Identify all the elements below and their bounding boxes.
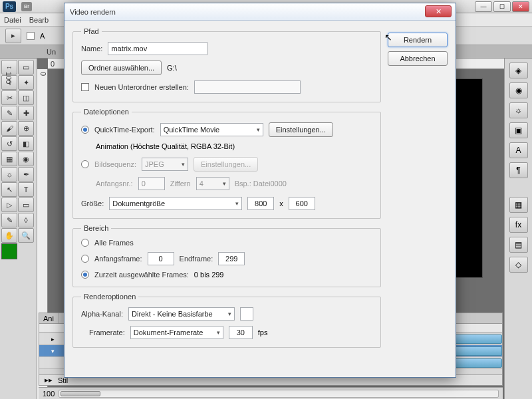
example-label: Bsp.: Datei0000	[235, 180, 287, 188]
subfolder-checkbox[interactable]	[81, 83, 89, 91]
current-frames-label: Zurzeit ausgewählte Frames:	[94, 271, 189, 279]
choose-folder-button[interactable]: Ordner auswählen...	[81, 61, 162, 75]
path-group: Pfad Name: Ordner auswählen... G:\ Neuen…	[72, 27, 381, 102]
zoom-level: 100	[43, 390, 55, 398]
adjust-panel-icon[interactable]: ☼	[509, 102, 528, 118]
render-options-legend: Renderoptionen	[81, 293, 138, 301]
path-legend: Pfad	[81, 27, 102, 35]
heal-tool-icon[interactable]: ✚	[18, 106, 34, 120]
render-options-group: Renderoptionen Alpha-Kanal: Direkt - Kei…	[72, 293, 381, 348]
type-tool-icon[interactable]: T	[18, 182, 34, 197]
quicktime-format-select[interactable]: QuickTime Movie	[160, 123, 263, 136]
start-frame-label: Anfangsframe:	[94, 255, 142, 263]
render-button[interactable]: Rendern	[388, 33, 448, 47]
bridge-icon: Br	[21, 2, 32, 11]
right-panel-dock: ◈ ◉ ☼ ▣ A ¶ ▦ fx ▤ ◇	[504, 59, 532, 399]
sequence-label: Bildsequenz:	[94, 160, 136, 168]
ps-logo-icon: Ps	[3, 1, 16, 12]
quicktime-info: Animation (Höchste Qualität, RGBA 32-Bit…	[96, 142, 235, 150]
x-separator: x	[279, 200, 283, 207]
dialog-titlebar[interactable]: Video rendern ✕	[65, 3, 456, 21]
eraser-tool-icon[interactable]: ◧	[18, 136, 34, 151]
framerate-label: Framerate:	[81, 329, 125, 336]
sequence-settings-button: Einstellungen...	[194, 157, 258, 172]
marquee-tool-icon[interactable]: ▭	[18, 60, 34, 74]
cancel-button[interactable]: Abbrechen	[388, 51, 448, 66]
pen-tool-icon[interactable]: ✒	[18, 167, 34, 182]
current-frames-value: 0 bis 299	[194, 271, 224, 279]
start-number-input	[138, 177, 165, 190]
dialog-title: Video rendern	[70, 8, 116, 16]
height-input[interactable]	[289, 197, 315, 210]
char-panel-icon[interactable]: A	[509, 142, 528, 158]
alpha-color-swatch[interactable]	[240, 307, 253, 321]
quicktime-settings-button[interactable]: Einstellungen...	[269, 122, 333, 137]
window-buttons: — ☐ ✕	[475, 1, 529, 12]
fps-label: fps	[258, 329, 268, 336]
status-bar: 100	[39, 387, 503, 399]
color-panel-icon[interactable]: ◉	[509, 82, 528, 98]
timeline-tab[interactable]: Ani	[39, 313, 59, 323]
layers-panel-icon[interactable]: ◈	[509, 63, 528, 78]
size-select[interactable]: Dokumentgröße	[109, 197, 242, 210]
width-input[interactable]	[247, 197, 274, 210]
quicktime-label: QuickTime-Export:	[94, 126, 155, 134]
start-number-label: Anfangsnr.:	[96, 180, 133, 188]
range-group: Bereich Alle Frames Anfangsframe: Endfra…	[72, 224, 381, 287]
sequence-radio[interactable]	[81, 160, 89, 168]
all-frames-label: Alle Frames	[94, 239, 134, 247]
quicktime-radio[interactable]	[81, 126, 89, 134]
document-tab[interactable]: Un	[47, 48, 56, 56]
zoom-tool-icon[interactable]: 🔍	[18, 228, 34, 243]
slice-tool-icon[interactable]: ◫	[18, 90, 34, 105]
3d-tool-icon[interactable]: ◊	[18, 213, 34, 227]
horizontal-scrollbar[interactable]	[59, 390, 499, 398]
channels-panel-icon[interactable]: ▤	[509, 237, 528, 253]
para-panel-icon[interactable]: ¶	[509, 162, 528, 178]
sequence-format-select: JPEG	[142, 158, 188, 171]
subfolder-input	[194, 80, 301, 94]
video-render-dialog: Video rendern ✕ Pfad Name: Ordner auswäh…	[64, 3, 456, 378]
tool-indicator-icon: ▸	[5, 29, 21, 43]
start-frame-radio[interactable]	[81, 255, 89, 263]
size-label: Größe:	[81, 200, 104, 207]
folder-path: G:\	[167, 64, 177, 72]
all-frames-radio[interactable]	[81, 239, 89, 247]
mask-panel-icon[interactable]: ▣	[509, 122, 528, 138]
close-button[interactable]: ✕	[512, 1, 529, 12]
alpha-label: Alpha-Kanal:	[81, 310, 123, 318]
start-frame-input[interactable]	[148, 252, 174, 265]
range-legend: Bereich	[81, 224, 111, 232]
play-icon[interactable]: ▸▸	[45, 376, 53, 384]
maximize-button[interactable]: ☐	[493, 1, 511, 12]
current-frames-radio[interactable]	[81, 271, 89, 279]
framerate-select[interactable]: Dokument-Framerate	[130, 326, 223, 339]
styles-panel-icon[interactable]: fx	[509, 217, 528, 233]
name-input[interactable]	[108, 42, 207, 55]
alpha-select[interactable]: Direkt - Keine Basisfarbe	[128, 307, 235, 321]
name-label: Name:	[81, 45, 102, 53]
end-frame-input[interactable]	[218, 252, 245, 265]
wand-tool-icon[interactable]: ✦	[18, 75, 34, 90]
framerate-input[interactable]	[229, 326, 253, 339]
menu-file[interactable]: Datei	[4, 16, 21, 24]
stamp-tool-icon[interactable]: ⊕	[18, 121, 34, 136]
subfolder-label: Neuen Unterordner erstellen:	[94, 83, 189, 91]
end-frame-label: Endframe:	[180, 255, 213, 263]
minimize-button[interactable]: —	[475, 1, 492, 12]
shape-tool-icon[interactable]: ▭	[18, 198, 34, 212]
option-checkbox[interactable]	[27, 32, 35, 40]
dialog-close-button[interactable]: ✕	[425, 5, 452, 17]
digits-label: Ziffern	[170, 180, 191, 188]
blur-tool-icon[interactable]: ◉	[18, 152, 34, 166]
file-options-legend: Dateioptionen	[81, 108, 132, 116]
swatches-panel-icon[interactable]: ▦	[509, 197, 528, 213]
paths-panel-icon[interactable]: ◇	[509, 257, 528, 273]
file-options-group: Dateioptionen QuickTime-Export: QuickTim…	[72, 108, 381, 219]
digits-select: 4	[196, 177, 229, 190]
menu-edit[interactable]: Bearb	[29, 16, 49, 24]
option-label: A	[40, 32, 45, 40]
